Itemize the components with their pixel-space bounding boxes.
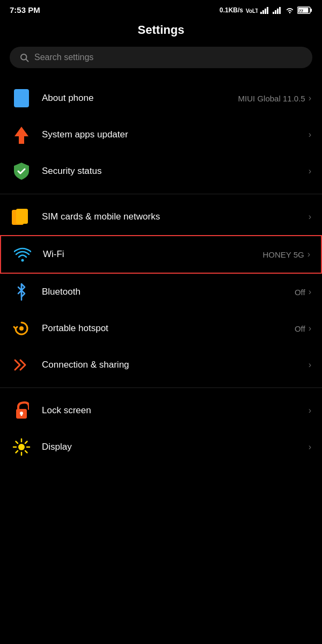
svg-point-22 <box>19 326 24 331</box>
security-status-label: Security status <box>42 166 102 177</box>
status-bar: 7:53 PM 0.1KB/s VoLTE <box>0 0 322 18</box>
wifi-label: Wi-Fi <box>43 249 64 260</box>
wifi-icon <box>12 244 33 265</box>
security-status-item[interactable]: Security status › <box>0 153 322 189</box>
arrow-up-icon <box>11 124 32 145</box>
chevron-icon: › <box>309 212 311 222</box>
svg-rect-16 <box>14 89 29 107</box>
system-apps-label: System apps updater <box>42 129 128 140</box>
section-device: Lock screen › Display › <box>0 392 322 465</box>
svg-point-9 <box>289 12 291 13</box>
chevron-icon: › <box>309 360 311 370</box>
svg-rect-4 <box>267 7 268 14</box>
svg-line-15 <box>26 59 28 61</box>
svg-rect-6 <box>275 10 276 14</box>
chevron-icon: › <box>309 93 311 103</box>
search-placeholder: Search settings <box>34 53 93 62</box>
volte-icon: VoLTE <box>246 6 258 14</box>
svg-rect-3 <box>265 9 266 14</box>
about-phone-item[interactable]: About phone MIUI Global 11.0.5 › <box>0 80 322 116</box>
section-top: About phone MIUI Global 11.0.5 › System … <box>0 80 322 189</box>
portable-hotspot-item[interactable]: Portable hotspot Off › <box>0 310 322 347</box>
hotspot-label: Portable hotspot <box>42 323 108 334</box>
system-apps-updater-item[interactable]: System apps updater › <box>0 116 322 153</box>
svg-line-34 <box>16 451 18 453</box>
lock-screen-item[interactable]: Lock screen › <box>0 392 322 429</box>
sim-icon <box>11 206 32 228</box>
svg-rect-8 <box>279 7 281 14</box>
svg-marker-17 <box>14 127 28 144</box>
svg-line-31 <box>16 442 18 444</box>
svg-rect-2 <box>262 10 264 14</box>
signal-bars-2-icon <box>273 6 282 14</box>
svg-point-20 <box>21 259 24 262</box>
bluetooth-item[interactable]: Bluetooth Off › <box>0 274 322 310</box>
chevron-icon: › <box>309 442 311 452</box>
chevron-icon: › <box>309 287 311 297</box>
connection-sharing-item[interactable]: Connection & sharing › <box>0 347 322 383</box>
shield-icon <box>11 160 32 182</box>
about-phone-value: MIUI Global 11.0.5 <box>238 94 305 103</box>
data-speed: 0.1KB/s <box>219 6 243 14</box>
svg-rect-1 <box>260 12 262 14</box>
signal-bars-1-icon <box>260 6 270 14</box>
chevron-icon: › <box>309 324 311 333</box>
svg-rect-11 <box>311 9 312 12</box>
sim-cards-item[interactable]: SIM cards & mobile networks › <box>0 199 322 235</box>
divider-2 <box>0 387 322 388</box>
display-icon <box>11 436 32 458</box>
phone-icon <box>11 87 32 109</box>
battery-icon: 77 <box>297 6 312 14</box>
svg-point-26 <box>18 444 25 450</box>
status-icons: 0.1KB/s VoLTE 77 <box>219 6 312 14</box>
about-phone-label: About phone <box>42 93 93 104</box>
svg-rect-19 <box>16 209 28 224</box>
search-icon <box>19 53 29 62</box>
wifi-item[interactable]: Wi-Fi HONEY 5G › <box>0 235 322 274</box>
divider-1 <box>0 194 322 194</box>
svg-rect-7 <box>277 9 279 14</box>
svg-text:77: 77 <box>299 9 303 13</box>
chevron-icon: › <box>309 406 311 415</box>
bluetooth-label: Bluetooth <box>42 287 80 297</box>
search-bar[interactable]: Search settings <box>10 47 312 68</box>
section-connectivity: SIM cards & mobile networks › Wi-Fi HONE… <box>0 199 322 383</box>
svg-line-32 <box>25 451 27 453</box>
display-label: Display <box>42 442 72 452</box>
svg-rect-25 <box>21 413 23 416</box>
connection-label: Connection & sharing <box>42 360 129 370</box>
chevron-icon: › <box>309 166 311 176</box>
bluetooth-value: Off <box>295 288 305 297</box>
hotspot-icon <box>11 318 32 339</box>
sim-cards-label: SIM cards & mobile networks <box>42 211 160 222</box>
lock-icon <box>11 400 32 421</box>
status-time: 7:53 PM <box>10 5 40 14</box>
bluetooth-icon <box>11 281 32 303</box>
page-title: Settings <box>0 18 322 47</box>
svg-text:VoLTE: VoLTE <box>246 8 258 14</box>
connection-icon <box>11 354 32 376</box>
display-item[interactable]: Display › <box>0 429 322 465</box>
hotspot-value: Off <box>295 324 305 333</box>
chevron-icon: › <box>308 250 310 259</box>
svg-line-33 <box>25 442 27 444</box>
svg-rect-5 <box>273 12 274 14</box>
wifi-status-icon <box>285 6 295 14</box>
wifi-value: HONEY 5G <box>262 250 304 259</box>
lock-screen-label: Lock screen <box>42 405 91 416</box>
chevron-icon: › <box>309 130 311 140</box>
